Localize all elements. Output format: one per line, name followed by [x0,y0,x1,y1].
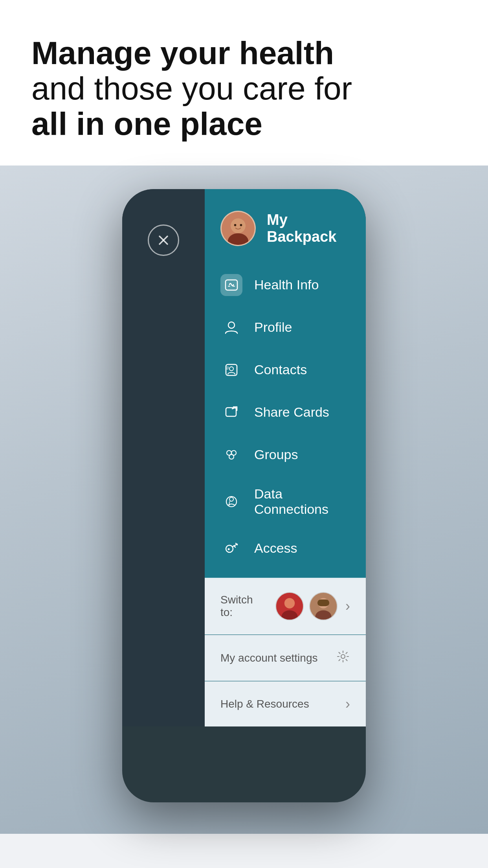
switch-avatar-2[interactable] [309,592,338,620]
close-button[interactable] [148,224,179,256]
phone-background: My Backpack [0,166,488,834]
user-name: My Backpack [267,211,350,245]
menu-item-access[interactable]: Access [205,527,366,570]
svg-point-11 [229,367,233,371]
switch-avatars [275,592,338,620]
switch-avatar-1[interactable] [275,592,304,620]
menu-item-share-cards[interactable]: Share Cards [205,391,366,434]
page-wrapper: Manage your health and those you care fo… [0,0,488,868]
svg-point-5 [231,218,245,233]
switch-chevron-icon: › [345,598,350,614]
svg-point-20 [228,548,230,550]
svg-point-28 [341,655,345,658]
menu-item-profile[interactable]: Profile [205,306,366,349]
help-label: Help & Resources [220,698,309,710]
health-info-label: Health Info [254,277,319,292]
contacts-label: Contacts [254,362,307,377]
user-avatar-image [222,212,255,245]
share-cards-label: Share Cards [254,405,329,420]
groups-icon [220,444,242,466]
svg-point-9 [228,322,235,328]
share-cards-icon [220,401,242,423]
phone-mock: My Backpack [122,189,366,802]
sidebar-left [122,189,205,726]
svg-point-7 [240,224,242,226]
health-info-icon [220,274,242,296]
svg-rect-27 [317,600,329,606]
svg-point-22 [284,598,295,608]
account-settings-label: My account settings [220,652,317,664]
account-settings-section[interactable]: My account settings [205,635,366,681]
help-resources-section[interactable]: Help & Resources › [205,681,366,726]
header-section: Manage your health and those you care fo… [0,0,488,166]
menu-item-data-connections[interactable]: Data Connections [205,476,366,527]
help-chevron-icon: › [345,696,350,712]
menu-item-groups[interactable]: Groups [205,434,366,476]
menu-panel: My Backpack [205,189,366,726]
headline: Manage your health and those you care fo… [31,35,457,142]
user-header[interactable]: My Backpack [205,189,366,264]
svg-point-16 [229,454,234,459]
switch-to-label: Switch to: [220,594,264,619]
access-label: Access [254,541,297,556]
access-icon [220,537,242,559]
close-icon [156,233,171,247]
settings-gear-icon [336,649,350,667]
contacts-icon: @ [220,359,242,381]
data-connections-icon [220,491,242,513]
switch-to-section[interactable]: Switch to: [205,578,366,634]
avatar [220,211,256,246]
svg-rect-13 [226,408,236,416]
profile-label: Profile [254,320,292,335]
data-connections-label: Data Connections [254,486,350,517]
groups-label: Groups [254,447,298,462]
menu-items-list: Health Info Profile [205,264,366,577]
svg-text:@: @ [226,366,229,370]
svg-point-6 [234,224,237,226]
profile-icon [220,316,242,338]
menu-item-health-info[interactable]: Health Info [205,264,366,306]
phone-screen: My Backpack [122,189,366,726]
menu-item-contacts[interactable]: @ Contacts [205,349,366,391]
